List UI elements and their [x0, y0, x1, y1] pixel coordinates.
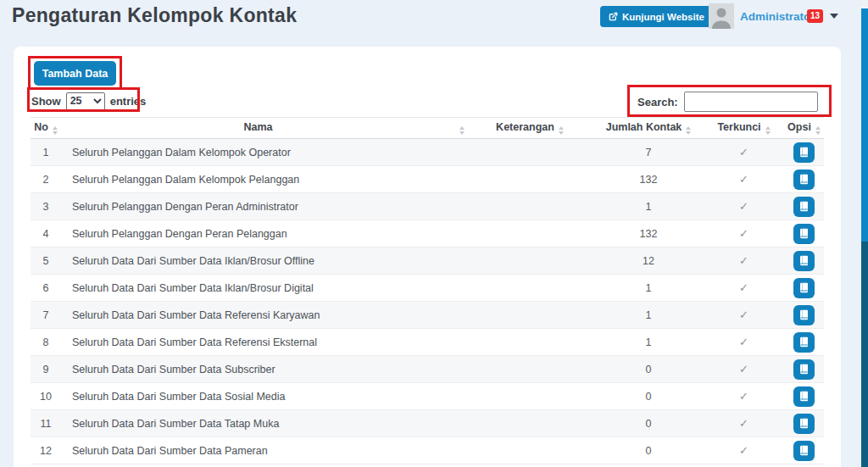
- cell-opsi: [784, 302, 824, 329]
- scrollbar[interactable]: [861, 0, 868, 467]
- column-header-label: Opsi: [787, 121, 811, 133]
- cell-jumlah-kontak: 0: [593, 410, 704, 437]
- cell-keterangan: [466, 383, 593, 410]
- cell-opsi: [784, 383, 824, 410]
- column-header-no[interactable]: No: [31, 118, 61, 139]
- opsi-button[interactable]: [793, 197, 815, 217]
- cell-opsi: [784, 329, 824, 356]
- entries-label: entries: [110, 95, 147, 108]
- notification-badge: 13: [807, 9, 823, 23]
- opsi-button[interactable]: [793, 278, 815, 298]
- cell-opsi: [784, 139, 824, 166]
- cell-nama: Seluruh Pelanggan Dengan Peran Pelanggan: [61, 220, 466, 247]
- opsi-button[interactable]: [793, 414, 815, 434]
- opsi-button[interactable]: [793, 332, 815, 353]
- cell-nama: Seluruh Pelanggan Dalam Kelompok Operato…: [61, 139, 466, 166]
- cell-terkunci-check: ✓: [704, 166, 784, 193]
- book-icon: [798, 282, 810, 293]
- cell-no: 5: [31, 247, 61, 275]
- opsi-button[interactable]: [793, 170, 815, 190]
- cell-opsi: [784, 193, 824, 220]
- table-row: 10 Seluruh Data Dari Sumber Data Sosial …: [31, 383, 824, 410]
- opsi-button[interactable]: [793, 142, 815, 163]
- table-row: 5 Seluruh Data Dari Sumber Data Iklan/Br…: [31, 247, 824, 275]
- opsi-button[interactable]: [793, 305, 815, 325]
- column-header-label: Keterangan: [496, 121, 554, 133]
- opsi-button[interactable]: [793, 441, 815, 461]
- add-data-button[interactable]: Tambah Data: [34, 61, 116, 86]
- book-icon: [798, 228, 810, 239]
- cell-terkunci-check: ✓: [704, 410, 784, 437]
- cell-keterangan: [466, 410, 593, 437]
- column-header-label: No: [34, 121, 48, 133]
- cell-opsi: [784, 410, 824, 437]
- sort-icon: [559, 126, 564, 135]
- opsi-button[interactable]: [793, 386, 815, 407]
- cell-nama: Seluruh Pelanggan Dengan Peran Administr…: [61, 193, 466, 220]
- cell-no: 9: [31, 356, 61, 383]
- cell-opsi: [784, 356, 824, 383]
- opsi-button[interactable]: [793, 224, 815, 244]
- cell-terkunci-check: ✓: [704, 275, 784, 302]
- table-row: 3 Seluruh Pelanggan Dengan Peran Adminis…: [31, 193, 824, 220]
- table-row: 2 Seluruh Pelanggan Dalam Kelompok Pelan…: [31, 166, 824, 193]
- content-card: Tambah Data Show 25 entries Search: No N…: [14, 47, 841, 467]
- book-icon: [798, 391, 810, 402]
- cell-terkunci-check: ✓: [704, 302, 784, 329]
- contact-groups-table: No Nama Keterangan Jumlah Kontak Terkunc…: [31, 117, 824, 464]
- book-icon: [798, 309, 810, 320]
- user-name[interactable]: Administrator: [740, 10, 815, 23]
- cell-no: 1: [31, 139, 61, 166]
- page-length-select[interactable]: 25: [66, 92, 105, 110]
- cell-jumlah-kontak: 7: [593, 139, 704, 166]
- cell-terkunci-check: ✓: [704, 247, 784, 275]
- show-label: Show: [31, 95, 61, 108]
- scrollbar-thumb[interactable]: [861, 8, 868, 242]
- column-header-jumlah-kontak[interactable]: Jumlah Kontak: [593, 118, 704, 139]
- book-icon: [798, 147, 810, 158]
- column-header-opsi[interactable]: Opsi: [784, 118, 824, 139]
- book-icon: [798, 418, 810, 429]
- chevron-down-icon[interactable]: [830, 14, 838, 19]
- cell-keterangan: [466, 139, 593, 166]
- column-header-nama[interactable]: Nama: [61, 118, 466, 139]
- table-body: 1 Seluruh Pelanggan Dalam Kelompok Opera…: [31, 139, 824, 464]
- cell-no: 11: [31, 410, 61, 437]
- sort-icon: [815, 126, 821, 135]
- search-control: Search:: [637, 91, 818, 113]
- table-row: 8 Seluruh Data Dari Sumber Data Referens…: [31, 329, 824, 356]
- cell-no: 10: [31, 383, 61, 410]
- table-row: 7 Seluruh Data Dari Sumber Data Referens…: [31, 302, 824, 329]
- cell-nama: Seluruh Data Dari Sumber Data Iklan/Bros…: [61, 247, 466, 275]
- table-row: 12 Seluruh Data Dari Sumber Data Pameran…: [31, 437, 824, 464]
- cell-jumlah-kontak: 1: [593, 302, 704, 329]
- cell-nama: Seluruh Pelanggan Dalam Kelompok Pelangg…: [61, 166, 466, 193]
- opsi-button[interactable]: [793, 251, 815, 271]
- page-title: Pengaturan Kelompok Kontak: [12, 4, 297, 27]
- table-header-row: No Nama Keterangan Jumlah Kontak Terkunc…: [31, 118, 824, 139]
- cell-no: 4: [31, 220, 61, 247]
- column-header-keterangan[interactable]: Keterangan: [466, 118, 593, 139]
- book-icon: [798, 364, 810, 375]
- cell-keterangan: [466, 220, 593, 247]
- cell-keterangan: [466, 247, 593, 275]
- cell-keterangan: [466, 193, 593, 220]
- cell-nama: Seluruh Data Dari Sumber Data Iklan/Bros…: [61, 275, 466, 302]
- page-length-control: Show 25 entries: [31, 90, 146, 112]
- search-input[interactable]: [684, 92, 818, 112]
- book-icon: [798, 174, 810, 185]
- opsi-button[interactable]: [793, 359, 815, 380]
- column-header-label: Nama: [243, 121, 272, 133]
- cell-jumlah-kontak: 1: [593, 329, 704, 356]
- cell-terkunci-check: ✓: [704, 139, 784, 166]
- column-header-label: Jumlah Kontak: [606, 121, 682, 133]
- cell-keterangan: [466, 166, 593, 193]
- cell-terkunci-check: ✓: [704, 193, 784, 220]
- avatar[interactable]: [709, 3, 734, 29]
- cell-no: 12: [31, 437, 61, 464]
- cell-no: 2: [31, 166, 61, 193]
- visit-website-button[interactable]: Kunjungi Website: [600, 6, 713, 27]
- cell-nama: Seluruh Data Dari Sumber Data Pameran: [61, 437, 466, 464]
- table-row: 6 Seluruh Data Dari Sumber Data Iklan/Br…: [31, 275, 824, 302]
- column-header-terkunci[interactable]: Terkunci: [704, 118, 784, 139]
